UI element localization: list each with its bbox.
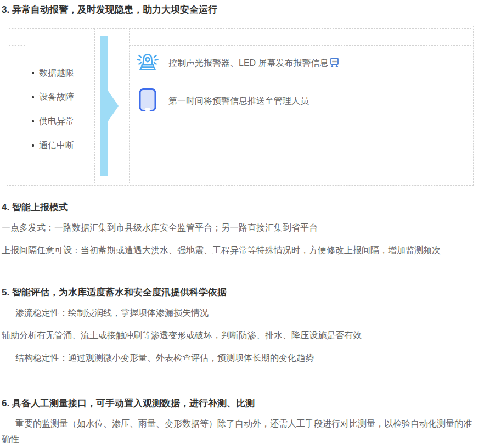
diagram-spacer-cell: [9, 45, 25, 81]
push-output-cell: 第一时间将预警信息推送至管理人员: [168, 83, 471, 119]
alarm-output-cell: 控制声光报警器、LED 屏幕发布报警信息: [168, 45, 471, 81]
trigger-item-label: 数据越限: [39, 67, 74, 79]
push-output-text: 第一时间将预警信息推送至管理人员: [168, 96, 309, 105]
bullet-icon: [32, 120, 34, 122]
alarm-output-text: 控制声光报警器、LED 屏幕发布报警信息: [168, 58, 329, 68]
alarm-flow-diagram: 数据越限 设备故障 供电异常 通信中断: [7, 26, 474, 186]
trigger-item-label: 供电异常: [39, 115, 74, 127]
diagram-spacer-cell: [129, 28, 166, 43]
trigger-item-label: 设备故障: [39, 91, 74, 103]
trigger-item: 设备故障: [32, 91, 94, 103]
right-arrow-icon: [100, 36, 108, 176]
section4-heading: 4. 智能上报模式: [2, 202, 475, 213]
diagram-spacer-cell: [9, 121, 25, 183]
smartphone-icon: [138, 87, 157, 113]
section3-heading: 3. 异常自动报警，及时发现隐患，助力大坝安全运行: [2, 4, 475, 15]
section6-paragraph: 重要的监测量（如水位、渗压、雨量、变形数据等）除了自动外，还需人工手段进行对比测…: [2, 416, 474, 447]
trigger-item: 供电异常: [32, 115, 94, 127]
trigger-item: 数据越限: [32, 67, 94, 79]
phone-icon-cell: [129, 83, 166, 119]
alarm-icon-cell: [129, 45, 166, 81]
section4-paragraph: 一点多发式：一路数据汇集到市县级水库安全监管平台；另一路直接汇集到省平台: [2, 220, 474, 236]
diagram-spacer-cell: [129, 121, 166, 183]
trigger-item-label: 通信中断: [39, 139, 74, 151]
bullet-icon: [32, 144, 34, 147]
diagram-spacer-cell: [168, 121, 471, 183]
trigger-list: 数据越限 设备故障 供电异常 通信中断: [27, 67, 94, 151]
diagram-spacer-cell: [9, 83, 25, 119]
trigger-item: 通信中断: [32, 139, 94, 151]
article-page: 3. 异常自动报警，及时发现隐患，助力大坝安全运行 数据越限 设备: [0, 0, 484, 448]
section5-heading: 5. 智能评估，为水库适度蓄水和安全度汛提供科学依据: [2, 287, 475, 298]
section5-paragraph: 辅助分析有无管涌、流土或接触冲刷等渗透变形或破坏，判断防渗、排水、降压设施是否有…: [2, 328, 474, 343]
bullet-icon: [32, 96, 34, 98]
diagram-spacer-cell: [168, 28, 471, 43]
arrow-cell: [97, 28, 127, 183]
right-arrow-head: [108, 90, 119, 122]
section5-paragraph: 结构稳定性：通过观测微小变形量、外表检查评估，预测坝体长期的变化趋势: [2, 350, 474, 366]
section6-heading: 6. 具备人工测量接口，可手动置入观测数据，进行补测、比测: [2, 398, 475, 409]
section4-paragraph: 上报间隔任意可设：当初蓄期或遭遇大洪水、强地震、工程异常等特殊情况时，方便修改上…: [2, 243, 474, 258]
alarm-siren-icon: [136, 51, 160, 73]
section5-paragraph: 渗流稳定性：绘制浸润线，掌握坝体渗漏损失情况: [2, 305, 474, 321]
diagram-spacer-cell: [9, 28, 25, 43]
trigger-list-cell: 数据越限 设备故障 供电异常 通信中断: [27, 28, 95, 183]
led-screen-icon: [330, 58, 339, 68]
bullet-icon: [32, 72, 34, 74]
